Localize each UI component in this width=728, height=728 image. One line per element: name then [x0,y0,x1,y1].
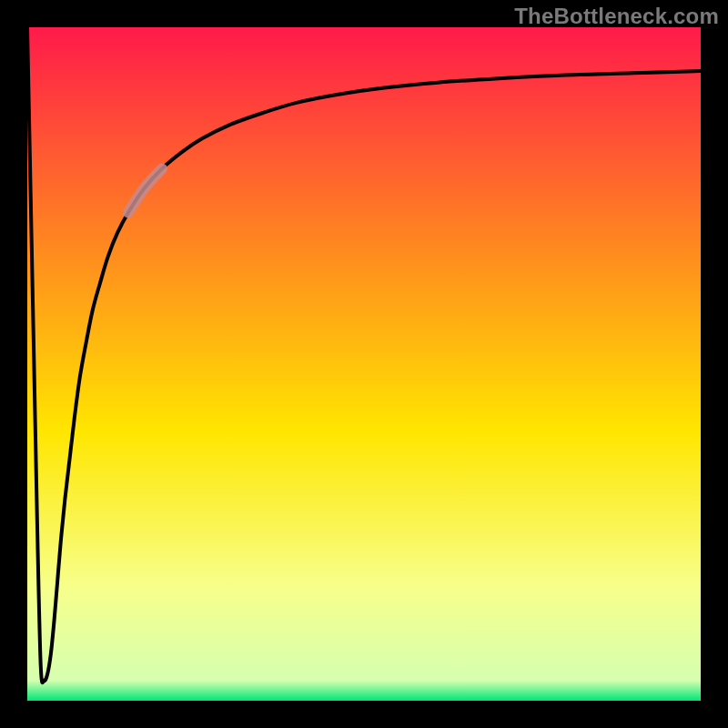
watermark-text: TheBottleneck.com [514,4,719,29]
chart-frame: TheBottleneck.com [0,0,728,728]
plot-area [27,27,701,701]
chart-svg [27,27,701,701]
gradient-background [27,27,701,701]
